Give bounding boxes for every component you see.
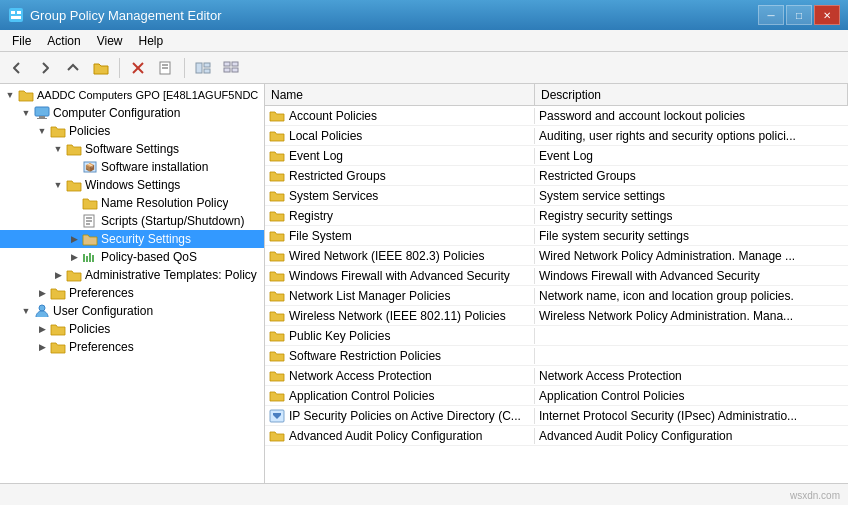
list-item[interactable]: Wired Network (IEEE 802.3) Policies Wire… (265, 246, 848, 266)
cell-name: Wireless Network (IEEE 802.11) Policies (265, 308, 535, 324)
minimize-button[interactable]: ─ (758, 5, 784, 25)
cell-desc: Network name, icon and location group po… (535, 289, 848, 303)
row-folder-icon (269, 328, 285, 344)
menu-help[interactable]: Help (131, 32, 172, 50)
svg-rect-27 (89, 253, 91, 262)
forward-button[interactable] (32, 56, 58, 80)
row-folder-icon (269, 348, 285, 364)
tree-preferences-cc[interactable]: ▶ Preferences (0, 284, 264, 302)
list-item[interactable]: Public Key Policies (265, 326, 848, 346)
svg-rect-13 (232, 62, 238, 66)
toolbar (0, 52, 848, 84)
svg-rect-9 (196, 63, 202, 73)
menu-view[interactable]: View (89, 32, 131, 50)
cell-name: Account Policies (265, 108, 535, 124)
windows-settings-icon (66, 177, 82, 193)
expand-policies-uc[interactable]: ▶ (34, 321, 50, 337)
app-icon (8, 7, 24, 23)
row-folder-icon (269, 268, 285, 284)
expand-policy-qos[interactable]: ▶ (66, 249, 82, 265)
list-item[interactable]: Local Policies Auditing, user rights and… (265, 126, 848, 146)
main-area: ▼ AADDC Computers GPO [E48L1AGUF5NDC ▼ C… (0, 84, 848, 483)
list-item[interactable]: Network List Manager Policies Network na… (265, 286, 848, 306)
software-settings-label: Software Settings (85, 142, 179, 156)
expand-software-settings[interactable]: ▼ (50, 141, 66, 157)
svg-rect-0 (9, 8, 23, 22)
software-install-icon: 📦 (82, 159, 98, 175)
row-shield-policy-icon (269, 408, 285, 424)
preferences-uc-icon (50, 339, 66, 355)
cell-desc: Internet Protocol Security (IPsec) Admin… (535, 409, 848, 423)
export-button[interactable] (153, 56, 179, 80)
list-item[interactable]: Network Access Protection Network Access… (265, 366, 848, 386)
tree-computer-config[interactable]: ▼ Computer Configuration (0, 104, 264, 122)
tree-admin-templates[interactable]: ▶ Administrative Templates: Policy (0, 266, 264, 284)
list-item[interactable]: Restricted Groups Restricted Groups (265, 166, 848, 186)
name-resolution-icon (82, 195, 98, 211)
expand-policies-cc[interactable]: ▼ (34, 123, 50, 139)
list-item[interactable]: Registry Registry security settings (265, 206, 848, 226)
cell-desc: Restricted Groups (535, 169, 848, 183)
cell-name: Event Log (265, 148, 535, 164)
row-folder-icon (269, 368, 285, 384)
menu-file[interactable]: File (4, 32, 39, 50)
window-controls: ─ □ ✕ (758, 5, 840, 25)
tree-software-settings[interactable]: ▼ Software Settings (0, 140, 264, 158)
user-config-label: User Configuration (53, 304, 153, 318)
close-button[interactable]: ✕ (814, 5, 840, 25)
expand-security-settings[interactable]: ▶ (66, 231, 82, 247)
tree-name-resolution[interactable]: Name Resolution Policy (0, 194, 264, 212)
tree-preferences-uc[interactable]: ▶ Preferences (0, 338, 264, 356)
svg-point-29 (39, 305, 45, 311)
list-item[interactable]: Windows Firewall with Advanced Security … (265, 266, 848, 286)
tree-root[interactable]: ▼ AADDC Computers GPO [E48L1AGUF5NDC (0, 86, 264, 104)
delete-button[interactable] (125, 56, 151, 80)
tree-policies-cc[interactable]: ▼ Policies (0, 122, 264, 140)
row-folder-icon (269, 428, 285, 444)
expand-user-config[interactable]: ▼ (18, 303, 34, 319)
tree-scripts[interactable]: Scripts (Startup/Shutdown) (0, 212, 264, 230)
expand-windows-settings[interactable]: ▼ (50, 177, 66, 193)
tree-policy-qos[interactable]: ▶ Policy-based QoS (0, 248, 264, 266)
expand-computer-config[interactable]: ▼ (18, 105, 34, 121)
svg-rect-14 (224, 68, 230, 72)
list-item[interactable]: Wireless Network (IEEE 802.11) Policies … (265, 306, 848, 326)
tree-windows-settings[interactable]: ▼ Windows Settings (0, 176, 264, 194)
col-header-name[interactable]: Name (265, 84, 535, 105)
tree-software-install[interactable]: 📦 Software installation (0, 158, 264, 176)
cell-name: Advanced Audit Policy Configuration (265, 428, 535, 444)
list-item[interactable]: Event Log Event Log (265, 146, 848, 166)
expand-admin-templates[interactable]: ▶ (50, 267, 66, 283)
folder-button[interactable] (88, 56, 114, 80)
cell-desc: File system security settings (535, 229, 848, 243)
tree-user-config[interactable]: ▼ User Configuration (0, 302, 264, 320)
tree-policies-uc[interactable]: ▶ Policies (0, 320, 264, 338)
row-folder-icon (269, 188, 285, 204)
list-item[interactable]: Software Restriction Policies (265, 346, 848, 366)
user-config-icon (34, 303, 50, 319)
menu-action[interactable]: Action (39, 32, 88, 50)
policies-cc-icon (50, 123, 66, 139)
maximize-button[interactable]: □ (786, 5, 812, 25)
cell-name: Windows Firewall with Advanced Security (265, 268, 535, 284)
cell-desc: Auditing, user rights and security optio… (535, 129, 848, 143)
list-item[interactable]: Application Control Policies Application… (265, 386, 848, 406)
back-button[interactable] (4, 56, 30, 80)
cell-name: Application Control Policies (265, 388, 535, 404)
expand-preferences-uc[interactable]: ▶ (34, 339, 50, 355)
up-button[interactable] (60, 56, 86, 80)
list-item[interactable]: IP Security Policies on Active Directory… (265, 406, 848, 426)
cell-desc: Event Log (535, 149, 848, 163)
expand-preferences-cc[interactable]: ▶ (34, 285, 50, 301)
tree-security-settings[interactable]: ▶ Security Settings (0, 230, 264, 248)
list-item[interactable]: System Services System service settings (265, 186, 848, 206)
view-button[interactable] (218, 56, 244, 80)
expand-root[interactable]: ▼ (2, 87, 18, 103)
list-item[interactable]: File System File system security setting… (265, 226, 848, 246)
col-header-description[interactable]: Description (535, 84, 848, 105)
row-folder-icon (269, 108, 285, 124)
properties-button[interactable] (190, 56, 216, 80)
list-item[interactable]: Advanced Audit Policy Configuration Adva… (265, 426, 848, 446)
software-settings-icon (66, 141, 82, 157)
list-item[interactable]: Account Policies Password and account lo… (265, 106, 848, 126)
